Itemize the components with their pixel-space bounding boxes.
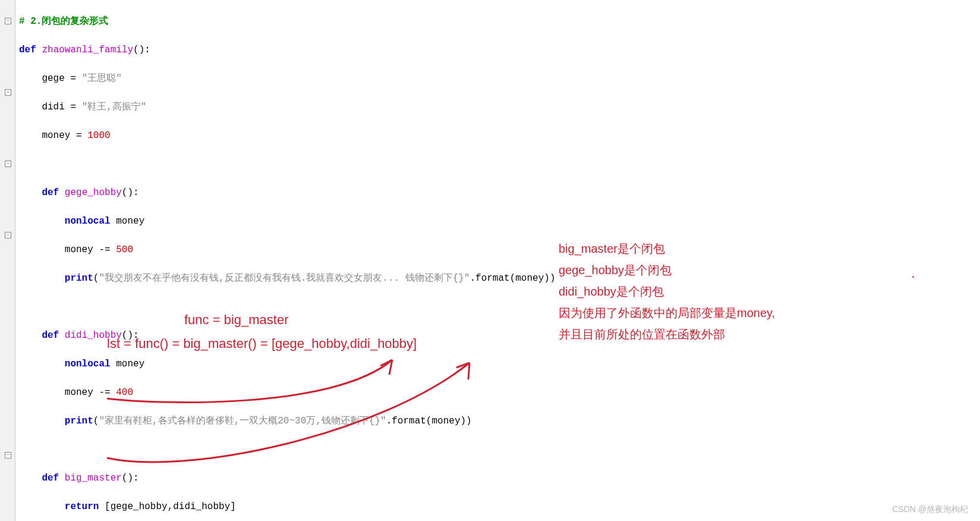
code-text <box>19 359 65 369</box>
code-text: money -= <box>19 244 116 255</box>
keyword-def: def <box>42 330 59 341</box>
builtin-print: print <box>65 273 93 284</box>
code-text <box>19 501 65 512</box>
code-text: didi = <box>19 102 82 112</box>
fold-toggle[interactable]: − <box>5 89 11 96</box>
code-text: money <box>111 359 145 369</box>
fold-toggle[interactable]: − <box>5 232 11 238</box>
code-text <box>19 416 65 426</box>
annotation-closure-list: big_master是个闭包 gege_hobby是个闭包 didi_hobby… <box>559 238 880 345</box>
keyword-def: def <box>42 473 59 484</box>
fold-toggle[interactable]: − <box>5 18 11 24</box>
number: 500 <box>116 244 133 255</box>
code-text: gege = <box>19 73 82 84</box>
code-text: .format(money)) <box>469 273 555 284</box>
code-area[interactable]: # 2.闭包的复杂形式 def zhaowanli_family(): gege… <box>15 0 559 521</box>
builtin-print: print <box>65 416 93 426</box>
annotation-line: didi_hobby是个闭包 <box>559 281 880 302</box>
function-name: zhaowanli_family <box>42 45 133 55</box>
keyword-nonlocal: nonlocal <box>65 216 111 227</box>
function-name: gege_hobby <box>65 187 122 198</box>
gutter: − − − − − <box>0 0 15 521</box>
string: "我交朋友不在乎他有没有钱,反正都没有我有钱.我就喜欢交女朋友... 钱物还剩下… <box>99 273 469 284</box>
string: "王思聪" <box>82 73 122 84</box>
code-text: (): <box>122 187 139 198</box>
annotation-line: gege_hobby是个闭包 <box>559 259 880 281</box>
keyword-nonlocal: nonlocal <box>65 359 111 369</box>
code-text: ( <box>93 416 99 426</box>
annotation-lst: lst = func() = big_master() = [gege_hobb… <box>107 333 417 354</box>
code-text: .format(money)) <box>386 416 472 426</box>
watermark: CSDN @熬夜泡枸杞 <box>892 504 968 515</box>
keyword-def: def <box>19 45 36 55</box>
code-text <box>19 273 65 284</box>
keyword-return: return <box>65 501 99 512</box>
annotation-line: 因为使用了外函数中的局部变量是money, <box>559 302 880 324</box>
annotation-func: func = big_master <box>184 309 288 331</box>
keyword-def: def <box>42 187 59 198</box>
number: 1000 <box>87 130 110 141</box>
annotation-line: 并且目前所处的位置在函数外部 <box>559 324 880 345</box>
comment: # 2.闭包的复杂形式 <box>19 16 108 27</box>
annotation-line: big_master是个闭包 <box>559 238 880 259</box>
number: 400 <box>116 387 133 398</box>
code-text: ( <box>93 273 99 284</box>
function-name: big_master <box>65 473 122 484</box>
code-text: (): <box>133 45 150 55</box>
code-text: money = <box>19 130 87 141</box>
fold-toggle[interactable]: − <box>5 452 11 459</box>
string: "鞋王,高振宁" <box>82 102 147 112</box>
caret-dot: · <box>911 265 915 287</box>
code-text: money <box>111 216 145 227</box>
code-text <box>19 216 65 227</box>
code-text: money -= <box>19 387 116 398</box>
code-text: [gege_hobby,didi_hobby] <box>99 501 235 512</box>
string: "家里有鞋柜,各式各样的奢侈鞋,一双大概20~30万,钱物还剩下{}" <box>99 416 386 426</box>
fold-toggle[interactable]: − <box>5 161 11 167</box>
code-text: (): <box>122 473 139 484</box>
